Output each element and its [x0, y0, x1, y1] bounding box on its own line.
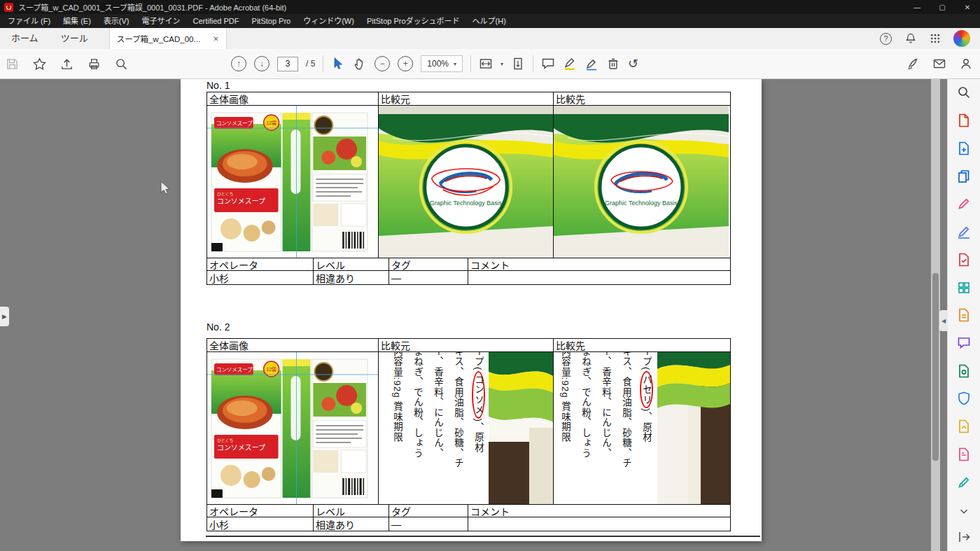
- print-icon[interactable]: [88, 57, 101, 71]
- sidebar-tool-request-signatures[interactable]: [955, 196, 973, 212]
- sidebar-tool-combine-files[interactable]: [955, 168, 973, 184]
- svg-text:ひとくち: ひとくち: [217, 192, 233, 197]
- sidebar-tool-comment[interactable]: [955, 335, 973, 351]
- tab-home[interactable]: ホーム: [0, 28, 50, 49]
- user-avatar[interactable]: [953, 30, 970, 47]
- sidebar-tool-optimize-pdf[interactable]: [955, 419, 973, 435]
- header-compare-source: 比較元: [379, 339, 554, 351]
- select-tool-icon[interactable]: [331, 57, 345, 71]
- sidebar-tool-print-production[interactable]: [955, 363, 973, 379]
- sidebar-tool-search-tools[interactable]: [955, 85, 973, 101]
- header-comment: コメント: [468, 505, 730, 517]
- document-canvas: ▶ No. 1 全体画像 比較元 比較先: [0, 79, 980, 551]
- svg-text:ひとくち: ひとくち: [217, 438, 233, 443]
- apps-grid-icon[interactable]: [930, 33, 941, 44]
- header-tag: タグ: [389, 505, 468, 517]
- zoom-in-icon[interactable]: +: [398, 56, 413, 71]
- header-level: レベル: [314, 505, 389, 517]
- search-icon[interactable]: [115, 57, 128, 71]
- hand-tool-icon[interactable]: [353, 57, 367, 71]
- chevron-down-icon: ▾: [454, 61, 456, 67]
- sidebar-tool-protect[interactable]: [955, 391, 973, 407]
- title-bar: スープ箱_w_CAD_0001_スープ箱誤_0001_0031.PDF - Ad…: [0, 0, 980, 14]
- menu-file[interactable]: ファイル (F): [1, 14, 57, 28]
- tab-tools[interactable]: ツール: [50, 28, 99, 49]
- sidebar-tool-share-for-review[interactable]: [955, 447, 973, 463]
- menu-esign[interactable]: 電子サイン: [136, 14, 187, 28]
- logo-caption: Graphic Technology Basis: [430, 200, 503, 207]
- sidebar-tool-fill-and-sign[interactable]: [955, 224, 973, 240]
- help-icon[interactable]: ?: [880, 33, 892, 45]
- zoom-out-icon[interactable]: −: [374, 56, 390, 71]
- signature-quill-icon[interactable]: [906, 57, 920, 71]
- page-boundary-line: [206, 536, 760, 537]
- sidebar-tool-organize-pages[interactable]: [955, 279, 973, 295]
- rotate-page-icon[interactable]: ↺: [628, 56, 638, 71]
- sidebar-tool-measure[interactable]: [955, 474, 973, 490]
- menu-window[interactable]: ウィンドウ(W): [297, 14, 360, 28]
- page-number-input[interactable]: [277, 57, 298, 71]
- rail-collapse-icon[interactable]: ◀: [939, 310, 948, 331]
- meta-value-row: 小杉 相違あり ―: [207, 271, 730, 284]
- favorite-star-icon[interactable]: [33, 57, 46, 71]
- compare-target-image-2: ープ(パセリ)、原材 キス、食用油脂、砂糖、チ ー、香辛料、にんじん、 まねぎ、…: [554, 352, 730, 504]
- toolbar-divider: [533, 55, 533, 72]
- notifications-bell-icon[interactable]: [904, 32, 917, 45]
- table-header-row: 全体画像 比較元 比較先: [207, 92, 730, 106]
- package-detail-target: [657, 352, 730, 504]
- sign-pen-icon[interactable]: [584, 57, 598, 71]
- meta-value-row: 小杉 相違あり ―: [207, 517, 730, 531]
- header-compare-target: 比較先: [554, 92, 730, 105]
- svg-text:コンソメスープ: コンソメスープ: [216, 120, 253, 127]
- package-detail-source: [489, 352, 553, 504]
- menu-certified-pdf[interactable]: Certified PDF: [187, 14, 246, 28]
- compare-source-image-2: ープ(コンソメ)、原材 キス、食用油脂、砂糖、チ ー、香辛料、にんじん、 まねぎ…: [379, 352, 554, 504]
- header-compare-source: 比較元: [379, 92, 554, 105]
- comment-bubble-icon[interactable]: [541, 57, 555, 71]
- save-icon[interactable]: [6, 57, 19, 71]
- sidebar-tool-export-pdf[interactable]: [955, 113, 973, 129]
- profile-person-icon[interactable]: [959, 57, 973, 71]
- document-tab-label: スープ箱_w_CAD_00...: [117, 33, 208, 44]
- maximize-button[interactable]: ▢: [930, 0, 955, 14]
- operator-value: 小杉: [207, 271, 314, 284]
- close-tab-icon[interactable]: ✕: [213, 35, 218, 43]
- image-row: コンソメスープ 12袋 ひとくち コンソメスープ ープ(コンソメ)、原材 キス、…: [207, 352, 730, 505]
- whole-image-2: コンソメスープ 12袋 ひとくち コンソメスープ: [207, 352, 379, 504]
- toolbar-divider: [323, 55, 323, 72]
- scrollbar-thumb[interactable]: [932, 273, 939, 461]
- tag-value: ―: [389, 271, 468, 284]
- close-button[interactable]: ✕: [955, 0, 980, 14]
- highlighter-icon[interactable]: [563, 57, 577, 71]
- comment-value: [468, 271, 730, 284]
- previous-page-icon[interactable]: ↑: [231, 56, 246, 71]
- minimize-button[interactable]: —: [904, 0, 930, 14]
- comment-value: [468, 517, 730, 531]
- pdf-page: No. 1 全体画像 比較元 比較先: [181, 79, 762, 541]
- menu-pitstop-pro[interactable]: PitStop Pro: [246, 14, 298, 28]
- sidebar-tool-prepare-form[interactable]: [955, 307, 973, 323]
- zoom-level-dropdown[interactable]: 100% ▾: [421, 55, 463, 72]
- sidebar-tool-certified-pdf[interactable]: [955, 251, 973, 267]
- more-tools-chevron-icon[interactable]: [955, 502, 973, 519]
- send-email-icon[interactable]: [932, 57, 946, 71]
- level-value: 相違あり: [314, 517, 389, 531]
- meta-header-row: オペレータ レベル タグ コメント: [207, 258, 730, 271]
- next-page-icon[interactable]: ↓: [254, 56, 270, 71]
- delete-trash-icon[interactable]: [606, 57, 620, 71]
- table-header-row: 全体画像 比較元 比較先: [207, 339, 730, 352]
- fit-width-icon[interactable]: [479, 57, 493, 71]
- left-panel-expander[interactable]: ▶: [0, 307, 9, 326]
- chevron-down-icon[interactable]: ▾: [500, 61, 503, 67]
- menu-pitstop-dashboard[interactable]: PitStop Proダッシュボード: [360, 14, 466, 28]
- menu-help[interactable]: ヘルプ(H): [466, 14, 512, 28]
- page-scrolling-icon[interactable]: [511, 57, 525, 71]
- menu-edit[interactable]: 編集 (E): [57, 14, 97, 28]
- forward-arrow-icon[interactable]: [955, 528, 973, 545]
- tab-document[interactable]: スープ箱_w_CAD_00... ✕: [109, 28, 227, 49]
- sidebar-tool-create-pdf[interactable]: [955, 140, 973, 156]
- operator-value: 小杉: [207, 517, 314, 531]
- page-total-label: / 5: [306, 59, 315, 69]
- share-upload-icon[interactable]: [60, 57, 74, 71]
- menu-view[interactable]: 表示(V): [97, 14, 136, 28]
